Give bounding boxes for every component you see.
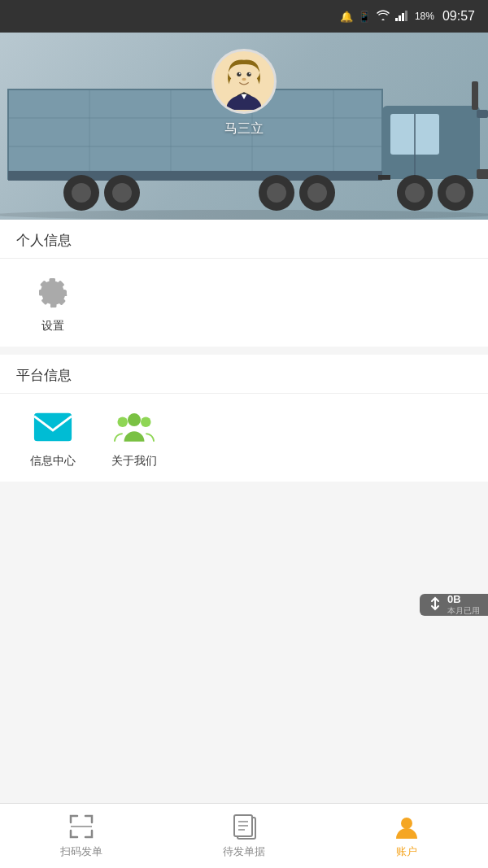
- data-transfer-icon: [428, 596, 442, 613]
- nav-account-label: 账户: [396, 844, 417, 859]
- personal-info-title: 个人信息: [0, 220, 488, 259]
- settings-label: 设置: [41, 319, 64, 334]
- avatar: [211, 49, 277, 114]
- mail-icon: [33, 407, 73, 447]
- wifi-icon: [376, 10, 390, 24]
- gear-icon: [33, 272, 73, 312]
- message-center-label: 信息中心: [30, 454, 76, 469]
- personal-info-items: 设置: [0, 259, 488, 347]
- about-us-item[interactable]: 关于我们: [98, 407, 171, 469]
- status-icons: 🔔 📱 18% 09:57: [340, 9, 475, 24]
- mute-icon: 🔔: [340, 11, 353, 23]
- data-badge-info: 0B 本月已用: [447, 593, 480, 617]
- svg-point-34: [237, 72, 241, 76]
- svg-rect-2: [402, 13, 404, 21]
- nav-scan[interactable]: 扫码发单: [0, 806, 163, 866]
- svg-rect-40: [34, 413, 72, 442]
- nav-scan-label: 扫码发单: [60, 844, 102, 859]
- svg-point-26: [307, 183, 327, 203]
- user-name: 马三立: [224, 120, 264, 137]
- bottom-nav: 扫码发单 待发单据 账户: [0, 803, 488, 868]
- platform-info-items: 信息中心 关于我们: [0, 394, 488, 482]
- nav-pending-label: 待发单据: [223, 844, 265, 859]
- data-label: 本月已用: [447, 605, 480, 617]
- data-amount: 0B: [447, 593, 461, 605]
- scan-icon: [68, 813, 95, 840]
- clock: 09:57: [442, 9, 475, 24]
- svg-rect-4: [8, 89, 382, 179]
- svg-point-43: [141, 417, 151, 428]
- platform-info-section: 平台信息 信息中心: [0, 355, 488, 482]
- svg-point-30: [446, 183, 465, 203]
- svg-point-24: [267, 183, 286, 203]
- signal-icon: [395, 10, 410, 24]
- account-icon: [393, 813, 420, 840]
- svg-rect-32: [378, 175, 390, 180]
- svg-point-35: [247, 72, 251, 76]
- svg-rect-16: [477, 110, 488, 118]
- pending-icon: [230, 813, 258, 840]
- svg-point-38: [242, 78, 246, 81]
- svg-point-22: [112, 183, 132, 203]
- svg-point-20: [72, 183, 91, 203]
- svg-rect-3: [405, 11, 407, 21]
- settings-item[interactable]: 设置: [16, 272, 89, 334]
- svg-rect-17: [472, 81, 478, 110]
- about-us-label: 关于我们: [111, 454, 157, 469]
- svg-point-42: [117, 417, 128, 428]
- nav-account[interactable]: 账户: [325, 806, 488, 866]
- svg-point-28: [405, 183, 425, 203]
- svg-rect-0: [395, 18, 398, 21]
- message-center-item[interactable]: 信息中心: [16, 407, 89, 469]
- people-icon: [114, 407, 155, 447]
- personal-info-section: 个人信息 设置: [0, 220, 488, 347]
- svg-point-37: [249, 73, 251, 75]
- empty-space: [0, 490, 488, 652]
- status-bar: 🔔 📱 18% 09:57: [0, 0, 488, 33]
- svg-rect-1: [399, 15, 401, 21]
- nav-pending[interactable]: 待发单据: [163, 806, 325, 866]
- svg-point-41: [128, 413, 141, 426]
- svg-rect-18: [477, 169, 488, 179]
- battery-indicator: 18%: [415, 11, 434, 22]
- svg-point-36: [239, 73, 241, 75]
- hero-banner: 马三立: [0, 33, 488, 220]
- phone-icon: 📱: [358, 11, 371, 23]
- svg-point-50: [401, 818, 412, 829]
- user-avatar-container[interactable]: 马三立: [211, 49, 277, 137]
- svg-point-31: [0, 210, 488, 220]
- platform-info-title: 平台信息: [0, 355, 488, 394]
- data-usage-badge: 0B 本月已用: [420, 594, 488, 616]
